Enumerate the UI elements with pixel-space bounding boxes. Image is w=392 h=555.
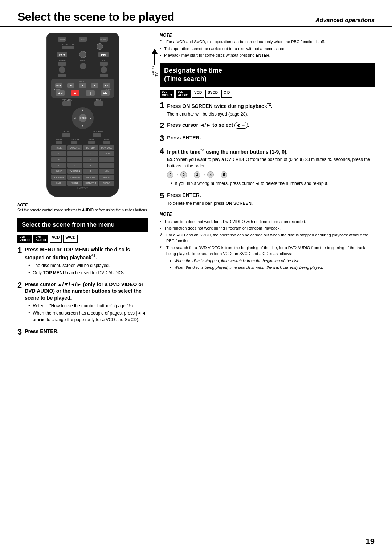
s2-step4-title: Input the time*3 using the number button… (167, 147, 375, 155)
step1-section1: 1 Press MENU or TOP MENU while the disc … (17, 246, 148, 277)
arrow-line-shape (154, 54, 155, 65)
arrow-indicator: AUDIOTV (151, 49, 158, 77)
num-7: 7 (51, 163, 66, 168)
s2-step2-title: Press cursor ◄/► to select ⊙→. (167, 122, 375, 129)
step2-bullets: Refer to "How to use the number buttons"… (25, 303, 148, 323)
s2-step1-title: Press ON SCREEN twice during playback*2. (167, 101, 375, 109)
page-title: Select the scene to be played (17, 10, 174, 24)
dimmer-btn: DIMMER (58, 37, 66, 42)
enter-button: ENTER (79, 114, 87, 122)
num-btn-dvdlevel: DVD LEVEL (67, 145, 82, 150)
aux-btn: AUX (79, 37, 87, 42)
s2-step4-bullets: If you input wrong numbers, press cursor… (167, 180, 375, 187)
section2-formats: DVD VIDEO DVD AUDIO VCD SVCD C D (160, 90, 375, 98)
step2-content: Press cursor ▲/▼/◄/► (only for a DVD VID… (25, 281, 148, 324)
btn-bass: BASS (51, 181, 66, 186)
page-header: Select the scene to be played Advanced o… (0, 0, 392, 27)
page-number: 19 (366, 537, 375, 546)
bottom-note-list: This function does not work for a DVD VI… (160, 219, 375, 271)
step2-bullet2: When the menu screen has a couple of pag… (28, 310, 148, 323)
remote-container: DIMMER AUX MUTING GROUP/TITLE |◄◄ ▶▶| (17, 27, 148, 200)
setup-screen-row: SET UP ON SCREEN (51, 130, 114, 137)
topmenu-menu-row: TOP MENU MENU (51, 99, 114, 106)
num-0: 0 (83, 169, 98, 174)
btn-playmode: PLAY MODE (67, 175, 82, 180)
s2-step3-title: Press ENTER. (167, 134, 375, 141)
note-box-top-title: NOTE (160, 33, 375, 38)
seq-4: 4 (207, 171, 214, 178)
btn-treble: TREBLE (67, 181, 82, 186)
s2-step3-content: Press ENTER. (167, 134, 375, 142)
bottom-note-title: NOTE (160, 211, 375, 218)
seq-arrow1: → (175, 173, 179, 177)
num-btn-page: PAGE (51, 145, 66, 150)
step1-bullet1: The disc menu screen will be displayed. (28, 262, 148, 269)
s2-step1-body: The menu bar will be displayed (page 28)… (167, 111, 375, 117)
remote-model: © MXD-TV/11 (51, 187, 114, 189)
bnote-4a: When the disc is stopped, time search is… (170, 258, 375, 264)
remote-note-text: Set the remote control mode selector to … (17, 208, 148, 213)
nav-right-arrow: ► (89, 117, 92, 120)
step2-section1: 2 Press cursor ▲/▼/◄/► (only for a DVD V… (17, 281, 148, 324)
s2-step1: 1 Press ON SCREEN twice during playback*… (160, 101, 375, 117)
step1-bullets: The disc menu screen will be displayed. … (25, 262, 148, 276)
badge-svcd: SVCD (63, 235, 78, 243)
num-100plus: 100+ (99, 169, 114, 174)
sequence-row: 0 → 2 → 3 → 4 → 5 (167, 171, 375, 178)
btn-memory: MEMORY (99, 175, 114, 180)
dvdcd-section: DVD/CD |◄◄ ◄ ■ ► ▶▶| ●SLOW SLOW● (51, 79, 114, 98)
bnote-2: This function does not work during Progr… (160, 225, 375, 231)
num-9: 9 (83, 163, 98, 168)
s2-step5-num: 5 (160, 192, 164, 200)
channel-vol: CHANNEL AUDIO VOL (51, 59, 114, 77)
num-3: 3 (83, 151, 98, 156)
step3-section1: 3 Press ENTER. (17, 328, 148, 336)
s2-step3-num: 3 (160, 134, 164, 142)
step3-num: 3 (17, 328, 22, 336)
skip-row: |◄◄ ▶▶| (51, 51, 114, 58)
step1-title: Press MENU or TOP MENU while the disc is… (25, 246, 148, 261)
s2-step2-num: 2 (160, 122, 164, 130)
btn-fmmode: FM MODE (83, 175, 98, 180)
section2-header: Designate the time(Time search) (160, 63, 375, 87)
seq-arrow2: → (188, 173, 192, 177)
seq-0: 0 (167, 171, 173, 178)
s2-step1-content: Press ON SCREEN twice during playback*2.… (167, 101, 375, 117)
s2-step4-num: 4 (160, 147, 164, 155)
bnote-4b: When the disc is being played, time sear… (170, 264, 375, 271)
seq-3: 3 (194, 171, 200, 178)
num-6: 6 (83, 157, 98, 162)
bottom-note-box: NOTE This function does not work for a D… (160, 211, 375, 271)
s2-step5-content: Press ENTER. To delete the menu bar, pre… (167, 192, 375, 206)
nav-left-arrow: ◄ (73, 117, 76, 120)
note-item-2: This operation cannot be carried out for… (160, 46, 375, 52)
group-title-row: GROUP/TITLE (51, 43, 114, 50)
section1-header: Select the scene from the menu (17, 218, 148, 232)
bnote-4: *³Time search for a DVD VIDEO is from th… (160, 245, 375, 271)
s2-step4: 4 Input the time*3 using the number butt… (160, 147, 375, 188)
note-item-3: Playback may start for some discs withou… (160, 52, 375, 58)
s2-badge-cd: C D (221, 90, 232, 98)
misc-buttons-row: AUDIO SUBTITLE ANGLE ZOOM (51, 138, 114, 144)
btn-repeatab: REPEAT A-B (83, 181, 98, 186)
note-box-top-list: *¹For a VCD and SVCD, this operation can… (160, 39, 375, 58)
s2-step5-body: To delete the menu bar, press ON SCREEN. (167, 200, 375, 207)
num-sleep: SLEEP (51, 169, 66, 174)
note-item-star1: *¹For a VCD and SVCD, this operation can… (160, 39, 375, 45)
nav-up-arrow: ▲ (81, 109, 84, 112)
s2-badge-vcd: VCD (192, 90, 204, 98)
page-subtitle: Advanced operations (315, 17, 375, 24)
step3-title: Press ENTER. (25, 328, 148, 335)
nav-down-arrow: ▼ (81, 124, 84, 127)
badge-dvd-audio: DVD AUDIO (33, 235, 48, 243)
num-8: 8 (67, 163, 82, 168)
transport-row: |◄◄ ◄ ■ ► ▶▶| (53, 83, 113, 88)
s2-step2-content: Press cursor ◄/► to select ⊙→. (167, 122, 375, 130)
num-tvreturn: TV RETURN (67, 169, 82, 174)
pause-play-row: ◄◄ ■ || ▶▶ (53, 90, 113, 96)
muting-btn: MUTING (100, 37, 108, 42)
btn-astandby: A.STANDBY (51, 175, 66, 180)
remote-control: DIMMER AUX MUTING GROUP/TITLE |◄◄ ▶▶| (46, 33, 119, 197)
section1-formats: DVD VIDEO DVD AUDIO VCD SVCD (17, 235, 148, 243)
seq-arrow3: → (202, 173, 206, 177)
